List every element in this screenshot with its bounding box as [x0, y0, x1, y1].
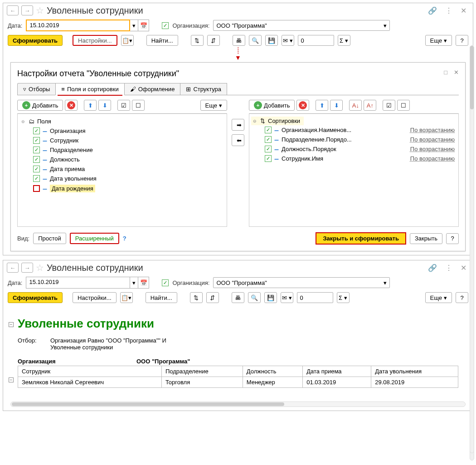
date-input[interactable]: 15.10.2019 — [26, 277, 130, 289]
date-input[interactable]: 15.10.2019 — [26, 20, 130, 31]
favorite-star-icon[interactable]: ☆ — [36, 262, 44, 273]
field-item[interactable]: ✓–Дата приема — [19, 164, 225, 174]
chevron-down-icon[interactable]: ▾ — [384, 22, 387, 29]
sigma-button[interactable]: Σ▾ — [338, 35, 350, 46]
horizontal-scrollbar[interactable] — [10, 401, 466, 407]
nav-back-button[interactable]: ← — [7, 5, 19, 15]
more-button[interactable]: Еще ▾ — [425, 292, 452, 303]
collapse-icon[interactable]: ⊖ — [21, 119, 26, 124]
mail-button[interactable]: ✉▾ — [282, 35, 294, 46]
help-button[interactable]: ? — [456, 35, 468, 46]
group-toggle-icon[interactable]: − — [9, 377, 14, 382]
collapse-icon[interactable]: ⊖ — [253, 119, 257, 123]
nav-forward-button[interactable]: → — [21, 5, 33, 15]
move-left-button[interactable]: ⬅ — [232, 134, 244, 146]
sort-dir[interactable]: По возрастанию — [410, 146, 455, 152]
tab-structure[interactable]: ⊞Структура — [180, 83, 227, 95]
org-input[interactable]: ООО "Программа" ▾ — [213, 277, 390, 288]
expand-groups-button[interactable]: ⇅ — [190, 292, 203, 303]
save-button[interactable]: 💾 — [264, 292, 277, 303]
org-checkbox[interactable]: ✓ — [162, 22, 169, 29]
delete-sort-button[interactable]: ✕ — [296, 100, 309, 111]
mode-simple-button[interactable]: Простой — [33, 233, 66, 244]
variants-button[interactable]: 📋▾ — [120, 292, 133, 303]
sorts-root[interactable]: ⊖ ⇅ Сортировки — [251, 117, 304, 125]
nav-forward-button[interactable]: → — [21, 263, 33, 273]
move-right-button[interactable]: ➡ — [232, 119, 244, 131]
field-item[interactable]: ✓–Подразделение — [19, 145, 225, 155]
date-dropdown-button[interactable]: ▾ — [130, 20, 138, 31]
generate-button[interactable]: Сформировать — [8, 292, 63, 303]
tab-fields[interactable]: ≡Поля и сортировки — [55, 83, 124, 95]
uncheck-all-button[interactable]: ☐ — [132, 100, 145, 111]
more-button[interactable]: Еще ▾ — [425, 35, 452, 46]
sort-item[interactable]: ✓–Должность.ПорядокПо возрастанию — [251, 144, 457, 154]
chevron-down-icon[interactable]: ▾ — [384, 279, 387, 286]
number-input[interactable]: 0 — [297, 292, 333, 303]
help-link[interactable]: ? — [123, 235, 126, 242]
close-and-generate-button[interactable]: Закрыть и сформировать — [316, 232, 406, 245]
field-item[interactable]: ✓–Сотрудник — [19, 136, 225, 145]
sort-item[interactable]: ✓–Организация.Наименов...По возрастанию — [251, 125, 457, 135]
move-down-button[interactable]: ⬇ — [98, 100, 111, 111]
group-toggle-icon[interactable]: − — [9, 322, 14, 327]
save-button[interactable]: 💾 — [265, 35, 278, 46]
fields-more-button[interactable]: Еще ▾ — [200, 100, 227, 111]
table-row[interactable]: Земляков Николай Сергеевич Торговля Мене… — [18, 377, 458, 388]
sort-asc-button[interactable]: A↓ — [349, 100, 362, 111]
sort-move-down-button[interactable]: ⬇ — [330, 100, 343, 111]
settings-help-button[interactable]: ? — [446, 233, 459, 244]
find-button[interactable]: Найти... — [146, 292, 177, 303]
help-button[interactable]: ? — [456, 292, 468, 303]
close-icon[interactable]: ✕ — [458, 263, 469, 273]
field-item[interactable]: ✓–Организация — [19, 126, 225, 136]
date-dropdown-button[interactable]: ▾ — [130, 277, 138, 289]
field-item[interactable]: ✓–Дата увольнения — [19, 174, 225, 183]
find-button[interactable]: Найти... — [146, 35, 178, 46]
fields-root[interactable]: ⊖ 🗂 Поля — [19, 117, 225, 126]
close-button[interactable]: Закрыть — [410, 233, 442, 244]
link-icon[interactable]: 🔗 — [425, 263, 440, 273]
sort-dir[interactable]: По возрастанию — [410, 136, 455, 143]
variants-button[interactable]: 📋▾ — [121, 35, 134, 46]
nav-back-button[interactable]: ← — [7, 263, 19, 273]
date-calendar-button[interactable]: 📅 — [138, 277, 149, 289]
preview-button[interactable]: 🔍 — [249, 35, 262, 46]
org-input[interactable]: ООО "Программа" ▾ — [213, 20, 390, 31]
generate-button[interactable]: Сформировать — [8, 35, 63, 46]
tab-format[interactable]: 🖌Оформление — [124, 83, 181, 95]
sort-item[interactable]: ✓–Подразделение.Порядо...По возрастанию — [251, 135, 457, 144]
move-up-button[interactable]: ⬆ — [84, 100, 97, 111]
panel-close-icon[interactable]: ✕ — [454, 69, 459, 76]
sort-desc-button[interactable]: A↑ — [364, 100, 376, 111]
tab-filters[interactable]: ▿Отборы — [17, 83, 56, 95]
sigma-button[interactable]: Σ▾ — [337, 292, 350, 303]
menu-dots-icon[interactable]: ⋮ — [442, 5, 455, 16]
field-item[interactable]: ✓–Должность — [19, 155, 225, 164]
sort-check-all-button[interactable]: ☑ — [383, 100, 395, 111]
settings-button[interactable]: Настройки... — [73, 292, 117, 303]
expand-groups-button[interactable]: ⇅ — [191, 35, 204, 46]
sort-dir[interactable]: По возрастанию — [410, 127, 455, 133]
number-input[interactable]: 0 — [298, 35, 334, 46]
sort-uncheck-all-button[interactable]: ☐ — [397, 100, 410, 111]
add-field-button[interactable]: + Добавить — [17, 100, 63, 111]
print-button[interactable]: 🖶 — [232, 292, 244, 303]
settings-button[interactable]: Настройки... — [73, 35, 117, 46]
mail-button[interactable]: ✉▾ — [281, 292, 293, 303]
add-sort-button[interactable]: + Добавить — [249, 100, 295, 111]
link-icon[interactable]: 🔗 — [425, 5, 440, 16]
sort-move-up-button[interactable]: ⬆ — [316, 100, 328, 111]
print-button[interactable]: 🖶 — [233, 35, 245, 46]
sort-dir[interactable]: По возрастанию — [410, 155, 455, 162]
sort-item[interactable]: ✓–Сотрудник.ИмяПо возрастанию — [251, 154, 457, 163]
mode-advanced-button[interactable]: Расширенный — [70, 233, 119, 244]
maximize-icon[interactable]: □ — [444, 69, 447, 76]
close-icon[interactable]: ✕ — [458, 5, 469, 16]
collapse-groups-button[interactable]: ⇵ — [206, 292, 219, 303]
delete-field-button[interactable]: ✕ — [65, 100, 78, 111]
window2-scrollbar[interactable] — [470, 45, 474, 414]
org-checkbox[interactable]: ✓ — [162, 279, 169, 286]
menu-dots-icon[interactable]: ⋮ — [442, 263, 455, 273]
field-item-birthdate[interactable]: ✓–Дата рождения — [19, 183, 225, 194]
